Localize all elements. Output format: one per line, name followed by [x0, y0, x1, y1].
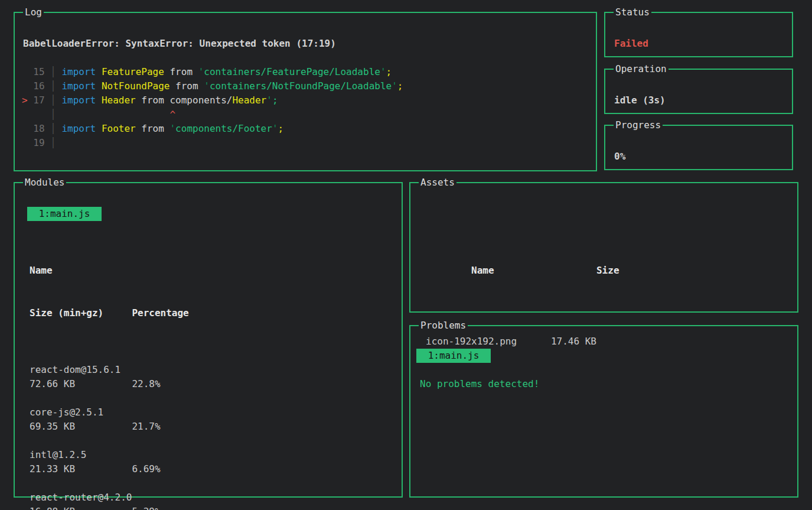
operation-panel-title: Operation — [614, 62, 668, 76]
assets-header-row: NameSize — [426, 249, 619, 292]
module-percentage: 21.7% — [132, 421, 160, 432]
module-size-percentage: 69.35 KB21.7% — [30, 420, 189, 434]
module-percentage: 6.69% — [132, 463, 160, 475]
module-row: core-js@2.5.169.35 KB21.7% — [30, 405, 189, 434]
modules-chunk-badge: 1:main.js — [27, 207, 102, 221]
log-code-line: 16 │ import NotFoundPage from 'container… — [22, 79, 403, 93]
log-code-line: 15 │ import FeaturePage from 'containers… — [22, 65, 403, 79]
modules-panel: Modules 1:main.js Name Size (min+gz) Per… — [14, 182, 403, 498]
module-size: 72.66 KB — [30, 377, 132, 391]
log-code-line: 19 │ — [22, 136, 403, 150]
webpack-dashboard: Log BabelLoaderError: SyntaxError: Unexp… — [0, 0, 812, 510]
progress-panel-title: Progress — [614, 118, 663, 132]
progress-value: 0% — [614, 150, 625, 164]
module-size: 16.88 KB — [30, 505, 132, 510]
module-size-percentage: 72.66 KB22.8% — [30, 377, 189, 391]
assets-header-name: Name — [471, 264, 596, 278]
module-name: intl@1.2.5 — [30, 448, 189, 462]
problems-chunk-badge: 1:main.js — [416, 349, 491, 363]
module-size-percentage: 16.88 KB5.29% — [30, 505, 189, 510]
progress-panel: Progress 0% — [604, 125, 793, 170]
assets-panel: Assets NameSize icon-192x192.png17.46 KB — [409, 182, 798, 313]
modules-rows: react-dom@15.6.172.66 KB22.8%core-js@2.5… — [30, 363, 189, 510]
module-row: react-router@4.2.016.88 KB5.29% — [30, 490, 189, 510]
module-size: 21.33 KB — [30, 462, 132, 476]
log-panel: Log BabelLoaderError: SyntaxError: Unexp… — [14, 12, 597, 171]
problems-panel: Problems 1:main.js No problems detected! — [409, 325, 798, 498]
log-code-line: 18 │ import Footer from 'components/Foot… — [22, 122, 403, 136]
log-error-message: BabelLoaderError: SyntaxError: Unexpecte… — [23, 37, 336, 51]
module-name: core-js@2.5.1 — [30, 405, 189, 420]
log-code-block: 15 │ import FeaturePage from 'containers… — [22, 65, 403, 150]
modules-header-size-percentage: Size (min+gz) Percentage — [30, 306, 189, 320]
problems-panel-title: Problems — [419, 319, 468, 333]
status-value: Failed — [614, 37, 648, 51]
assets-header-size: Size — [596, 265, 619, 276]
modules-header-name: Name — [30, 264, 189, 278]
module-size-percentage: 21.33 KB6.69% — [30, 462, 189, 476]
module-row: react-dom@15.6.172.66 KB22.8% — [30, 363, 189, 391]
module-percentage: 5.29% — [132, 506, 160, 510]
module-size: 69.35 KB — [30, 420, 132, 434]
log-panel-title: Log — [23, 5, 44, 20]
modules-table: Name Size (min+gz) Percentage react-dom@… — [30, 235, 189, 510]
assets-panel-title: Assets — [419, 176, 456, 190]
module-percentage: 22.8% — [132, 378, 160, 389]
module-name: react-dom@15.6.1 — [30, 363, 189, 377]
log-code-line: │ ^ — [22, 108, 403, 122]
operation-value: idle (3s) — [614, 93, 666, 108]
operation-panel: Operation idle (3s) — [604, 69, 793, 114]
status-panel: Status Failed — [604, 12, 793, 57]
module-row: intl@1.2.521.33 KB6.69% — [30, 448, 189, 476]
problems-message: No problems detected! — [420, 377, 539, 391]
modules-panel-title: Modules — [23, 176, 66, 190]
status-panel-title: Status — [614, 5, 651, 20]
log-code-line: > 17 │ import Header from components/Hea… — [22, 93, 403, 108]
module-name: react-router@4.2.0 — [30, 490, 189, 505]
